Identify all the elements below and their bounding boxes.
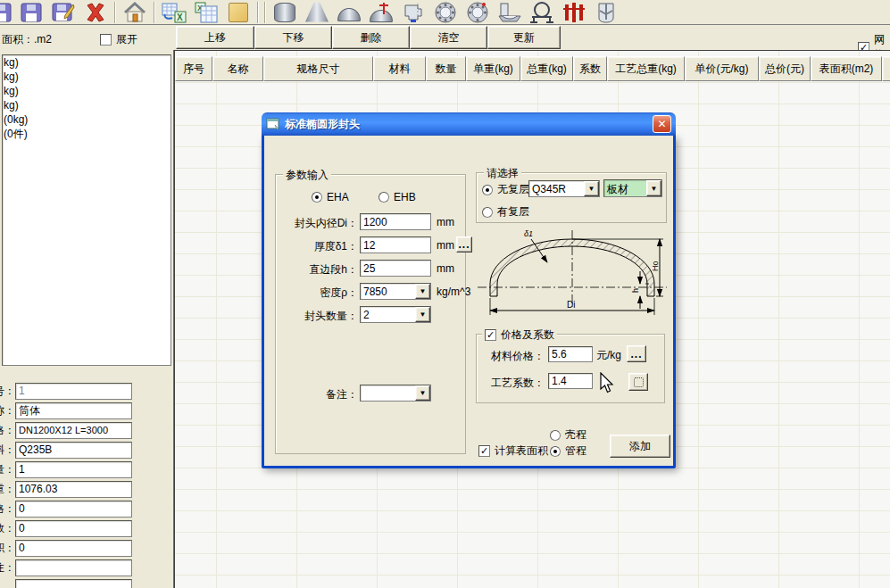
- chevron-down-icon[interactable]: ▼: [584, 181, 599, 196]
- remark-combo[interactable]: ▼: [360, 385, 431, 402]
- remark-value[interactable]: [361, 385, 415, 401]
- agitator-icon[interactable]: [593, 1, 620, 24]
- head-marked-icon[interactable]: [368, 1, 395, 24]
- saddle-support-icon[interactable]: [496, 1, 523, 24]
- form-row-extra: [0, 578, 134, 588]
- col-header-surface-area[interactable]: 表面积(m2): [811, 56, 882, 81]
- radio-tube-side[interactable]: 管程: [550, 443, 586, 459]
- col-header-spec[interactable]: 规格尺寸: [263, 56, 373, 81]
- delete-row-button[interactable]: 删除: [332, 26, 410, 49]
- thickness-input[interactable]: [361, 237, 430, 253]
- head-icon[interactable]: [336, 1, 362, 24]
- col-header-index[interactable]: 序号: [175, 56, 212, 81]
- inner-diameter-input[interactable]: [361, 214, 430, 229]
- qty-field[interactable]: [16, 462, 131, 477]
- thickness-more-button[interactable]: ...: [456, 236, 472, 253]
- flange-icon[interactable]: [432, 1, 459, 24]
- index-field[interactable]: [16, 384, 131, 399]
- process-coef-input[interactable]: [549, 374, 592, 388]
- flange-bolted-icon[interactable]: [464, 1, 491, 24]
- price-more-button[interactable]: ...: [627, 345, 646, 362]
- save-partial-icon[interactable]: [0, 1, 12, 24]
- chevron-down-icon[interactable]: ▼: [415, 284, 430, 299]
- expand-checkbox-box[interactable]: [100, 34, 112, 46]
- density-value[interactable]: [361, 284, 415, 299]
- col-header-proc-weight[interactable]: 工艺总重(kg): [607, 56, 685, 81]
- price-group-checkbox[interactable]: 价格及系数: [482, 327, 557, 343]
- chevron-down-icon[interactable]: ▼: [415, 307, 430, 322]
- chevron-down-icon[interactable]: ▼: [646, 180, 661, 196]
- excel-report-icon[interactable]: X: [193, 1, 220, 24]
- field-label-density: 密度ρ：: [276, 286, 358, 301]
- price-group-checkbox-box[interactable]: [485, 329, 496, 341]
- col-header-total-price[interactable]: 总价(元): [759, 56, 811, 81]
- bracket-support-icon[interactable]: [528, 1, 555, 24]
- add-button[interactable]: 添加: [610, 435, 670, 458]
- radio-shell-side[interactable]: 壳程: [550, 427, 586, 443]
- export-excel-icon[interactable]: X: [161, 1, 187, 24]
- radio-ehb[interactable]: EHB: [378, 191, 416, 203]
- save-icon[interactable]: [18, 1, 45, 24]
- close-icon[interactable]: ✕: [653, 115, 671, 133]
- col-header-qty[interactable]: 数量: [426, 56, 466, 81]
- radio-no-cladding-dot[interactable]: [482, 185, 493, 195]
- material-combo-value[interactable]: [529, 181, 584, 196]
- col-header-total-weight[interactable]: 总重(kg): [520, 56, 573, 81]
- radio-ehb-dot[interactable]: [378, 192, 389, 203]
- red-columns-icon[interactable]: [561, 1, 587, 24]
- coef-label: 工艺系数：: [486, 376, 545, 391]
- delete-icon[interactable]: [82, 1, 109, 24]
- cone-icon[interactable]: [304, 1, 330, 24]
- table-header-row: 序号 名称 规格尺寸 材料 数量 单重(kg) 总重(kg) 系数 工艺总重(k…: [175, 56, 890, 81]
- unit-mm: mm: [437, 262, 454, 275]
- form-label: 格：: [0, 423, 15, 438]
- note-icon[interactable]: [225, 1, 252, 24]
- col-header-unit-weight[interactable]: 单重(kg): [466, 56, 520, 81]
- summary-listbox[interactable]: kg) kg) kg) kg) (0kg) (0件): [2, 54, 171, 366]
- area-field[interactable]: [16, 541, 131, 556]
- material-combo[interactable]: ▼: [528, 180, 600, 197]
- head-count-combo[interactable]: ▼: [360, 306, 431, 323]
- clear-button[interactable]: 清空: [410, 26, 487, 49]
- dialog-titlebar[interactable]: 标准椭圆形封头 ✕: [262, 112, 676, 136]
- head-count-value[interactable]: [361, 307, 415, 322]
- radio-shell-side-dot[interactable]: [550, 430, 561, 441]
- home-icon[interactable]: [121, 1, 148, 24]
- save-as-icon[interactable]: [50, 1, 77, 24]
- density-combo[interactable]: ▼: [360, 283, 431, 300]
- update-button[interactable]: 更新: [487, 26, 561, 49]
- radio-with-cladding-dot[interactable]: [482, 207, 493, 218]
- chevron-down-icon[interactable]: ▼: [415, 385, 430, 401]
- extra-field[interactable]: [16, 580, 131, 588]
- spec-field[interactable]: [16, 423, 131, 438]
- unit-density: kg/m^3: [437, 286, 470, 298]
- remark-field[interactable]: [16, 560, 131, 576]
- radio-no-cladding[interactable]: 无复层: [482, 182, 529, 197]
- calc-icon[interactable]: [628, 373, 648, 391]
- expand-checkbox[interactable]: 展开: [100, 32, 137, 47]
- coef-field[interactable]: [16, 521, 131, 536]
- radio-tube-side-dot[interactable]: [550, 446, 561, 457]
- price-field[interactable]: [16, 501, 131, 517]
- material-price-input[interactable]: [549, 347, 592, 361]
- radio-with-cladding[interactable]: 有复层: [482, 204, 529, 219]
- col-header-material[interactable]: 材料: [373, 56, 426, 81]
- nozzle-icon[interactable]: [400, 1, 427, 24]
- radio-eha[interactable]: EHA: [312, 191, 349, 203]
- move-down-button[interactable]: 下移: [254, 26, 332, 49]
- calc-surface-checkbox[interactable]: 计算表面积: [478, 443, 548, 459]
- weight-field[interactable]: [16, 482, 131, 497]
- name-field[interactable]: [16, 403, 131, 418]
- cylinder-icon[interactable]: [271, 1, 298, 24]
- col-header-unit-price[interactable]: 单价(元/kg): [685, 56, 759, 81]
- col-header-name[interactable]: 名称: [212, 56, 263, 81]
- calc-surface-checkbox-box[interactable]: [478, 445, 490, 457]
- col-header-coef[interactable]: 系数: [573, 56, 607, 81]
- material-type-combo[interactable]: 板材 ▼: [603, 179, 662, 197]
- move-up-button[interactable]: 上移: [176, 26, 254, 49]
- price-label: 材料价格：: [486, 349, 545, 364]
- col-header-partial[interactable]: [882, 56, 890, 81]
- straight-height-input[interactable]: [361, 261, 430, 276]
- material-field[interactable]: [16, 443, 131, 458]
- radio-eha-dot[interactable]: [312, 192, 322, 203]
